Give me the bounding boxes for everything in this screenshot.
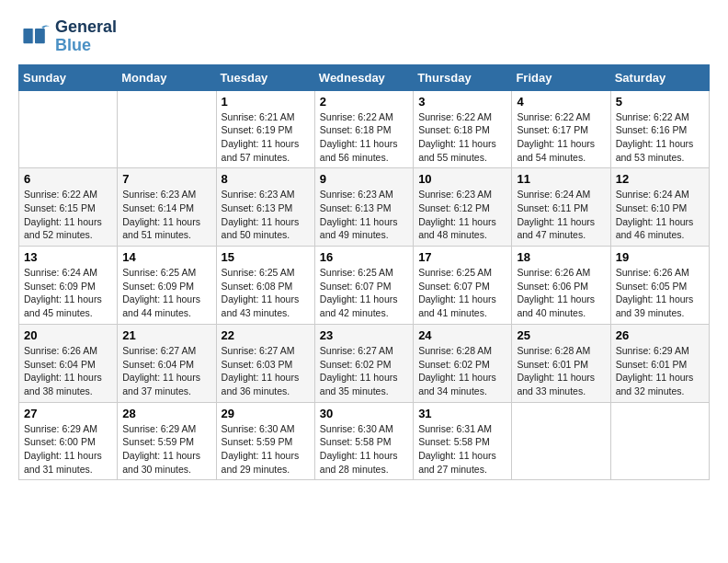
day-number: 16 [320, 250, 408, 264]
weekday-header-monday: Monday [118, 64, 216, 90]
day-number: 13 [24, 250, 112, 264]
calendar-cell: 12Sunrise: 6:24 AMSunset: 6:10 PMDayligh… [610, 168, 709, 247]
calendar-week-2: 6Sunrise: 6:22 AMSunset: 6:15 PMDaylight… [19, 168, 710, 247]
day-info: Sunrise: 6:28 AMSunset: 6:02 PMDaylight:… [418, 344, 506, 398]
calendar-cell: 16Sunrise: 6:25 AMSunset: 6:07 PMDayligh… [314, 247, 413, 325]
calendar-cell: 22Sunrise: 6:27 AMSunset: 6:03 PMDayligh… [216, 324, 314, 402]
calendar-week-5: 27Sunrise: 6:29 AMSunset: 6:00 PMDayligh… [19, 402, 710, 480]
weekday-header-thursday: Thursday [414, 64, 512, 90]
day-info: Sunrise: 6:25 AMSunset: 6:09 PMDaylight:… [122, 266, 210, 320]
logo-text: General Blue [55, 18, 117, 55]
day-info: Sunrise: 6:27 AMSunset: 6:04 PMDaylight:… [122, 344, 210, 398]
day-number: 10 [418, 172, 506, 186]
day-number: 29 [222, 407, 310, 420]
calendar-cell: 24Sunrise: 6:28 AMSunset: 6:02 PMDayligh… [414, 324, 512, 402]
calendar-cell: 1Sunrise: 6:21 AMSunset: 6:19 PMDaylight… [216, 90, 314, 168]
calendar-cell: 19Sunrise: 6:26 AMSunset: 6:05 PMDayligh… [610, 247, 709, 325]
calendar-cell: 28Sunrise: 6:29 AMSunset: 5:59 PMDayligh… [118, 402, 216, 480]
day-info: Sunrise: 6:24 AMSunset: 6:10 PMDaylight:… [616, 188, 704, 242]
day-number: 26 [616, 328, 704, 342]
calendar-cell [19, 90, 118, 168]
day-number: 14 [122, 250, 210, 264]
day-info: Sunrise: 6:22 AMSunset: 6:17 PMDaylight:… [517, 110, 605, 165]
day-number: 20 [24, 328, 112, 342]
day-info: Sunrise: 6:22 AMSunset: 6:18 PMDaylight:… [418, 110, 506, 165]
day-number: 5 [616, 95, 704, 109]
weekday-header-wednesday: Wednesday [314, 64, 413, 90]
day-number: 23 [320, 328, 408, 342]
calendar-week-3: 13Sunrise: 6:24 AMSunset: 6:09 PMDayligh… [19, 247, 710, 325]
calendar-cell: 10Sunrise: 6:23 AMSunset: 6:12 PMDayligh… [414, 168, 512, 247]
day-info: Sunrise: 6:26 AMSunset: 6:05 PMDaylight:… [616, 266, 704, 320]
day-number: 8 [222, 172, 310, 186]
day-info: Sunrise: 6:21 AMSunset: 6:19 PMDaylight:… [222, 110, 310, 165]
calendar-week-4: 20Sunrise: 6:26 AMSunset: 6:04 PMDayligh… [19, 324, 710, 402]
day-info: Sunrise: 6:25 AMSunset: 6:07 PMDaylight:… [418, 266, 506, 320]
weekday-header-sunday: Sunday [19, 64, 118, 90]
calendar-cell: 18Sunrise: 6:26 AMSunset: 6:06 PMDayligh… [512, 247, 610, 325]
svg-rect-1 [23, 29, 33, 43]
calendar: SundayMondayTuesdayWednesdayThursdayFrid… [18, 64, 710, 481]
weekday-header-friday: Friday [512, 64, 610, 90]
day-number: 25 [517, 328, 605, 342]
day-info: Sunrise: 6:24 AMSunset: 6:09 PMDaylight:… [24, 266, 112, 320]
calendar-cell: 21Sunrise: 6:27 AMSunset: 6:04 PMDayligh… [118, 324, 216, 402]
calendar-cell: 26Sunrise: 6:29 AMSunset: 6:01 PMDayligh… [610, 324, 709, 402]
day-info: Sunrise: 6:30 AMSunset: 5:58 PMDaylight:… [320, 422, 408, 477]
page-header: General Blue [18, 18, 710, 55]
logo-icon [18, 20, 51, 53]
calendar-cell: 14Sunrise: 6:25 AMSunset: 6:09 PMDayligh… [118, 247, 216, 325]
day-info: Sunrise: 6:23 AMSunset: 6:13 PMDaylight:… [320, 188, 408, 242]
calendar-cell: 11Sunrise: 6:24 AMSunset: 6:11 PMDayligh… [512, 168, 610, 247]
day-number: 18 [517, 250, 605, 264]
calendar-cell: 8Sunrise: 6:23 AMSunset: 6:13 PMDaylight… [216, 168, 314, 247]
day-number: 12 [616, 172, 704, 186]
calendar-cell [610, 402, 709, 480]
calendar-cell: 6Sunrise: 6:22 AMSunset: 6:15 PMDaylight… [19, 168, 118, 247]
day-number: 19 [616, 250, 704, 264]
day-number: 28 [122, 407, 210, 420]
day-number: 1 [222, 95, 310, 109]
day-info: Sunrise: 6:29 AMSunset: 6:01 PMDaylight:… [616, 344, 704, 398]
calendar-cell: 5Sunrise: 6:22 AMSunset: 6:16 PMDaylight… [610, 90, 709, 168]
day-info: Sunrise: 6:25 AMSunset: 6:07 PMDaylight:… [320, 266, 408, 320]
calendar-cell: 9Sunrise: 6:23 AMSunset: 6:13 PMDaylight… [314, 168, 413, 247]
calendar-cell: 31Sunrise: 6:31 AMSunset: 5:58 PMDayligh… [414, 402, 512, 480]
day-info: Sunrise: 6:23 AMSunset: 6:13 PMDaylight:… [222, 188, 310, 242]
day-number: 21 [122, 328, 210, 342]
calendar-cell: 3Sunrise: 6:22 AMSunset: 6:18 PMDaylight… [414, 90, 512, 168]
day-info: Sunrise: 6:31 AMSunset: 5:58 PMDaylight:… [418, 422, 506, 477]
day-number: 6 [24, 172, 112, 186]
day-info: Sunrise: 6:29 AMSunset: 5:59 PMDaylight:… [122, 422, 210, 477]
calendar-cell [118, 90, 216, 168]
day-number: 3 [418, 95, 506, 109]
weekday-header-tuesday: Tuesday [216, 64, 314, 90]
day-number: 11 [517, 172, 605, 186]
day-info: Sunrise: 6:26 AMSunset: 6:04 PMDaylight:… [24, 344, 112, 398]
day-info: Sunrise: 6:24 AMSunset: 6:11 PMDaylight:… [517, 188, 605, 242]
day-info: Sunrise: 6:27 AMSunset: 6:03 PMDaylight:… [222, 344, 310, 398]
calendar-cell: 17Sunrise: 6:25 AMSunset: 6:07 PMDayligh… [414, 247, 512, 325]
calendar-cell: 13Sunrise: 6:24 AMSunset: 6:09 PMDayligh… [19, 247, 118, 325]
logo: General Blue [18, 18, 117, 55]
day-info: Sunrise: 6:22 AMSunset: 6:15 PMDaylight:… [24, 188, 112, 242]
calendar-cell: 23Sunrise: 6:27 AMSunset: 6:02 PMDayligh… [314, 324, 413, 402]
day-number: 9 [320, 172, 408, 186]
calendar-header-row: SundayMondayTuesdayWednesdayThursdayFrid… [19, 64, 710, 90]
day-number: 2 [320, 95, 408, 109]
day-number: 27 [24, 407, 112, 420]
day-number: 4 [517, 95, 605, 109]
day-number: 31 [418, 407, 506, 420]
calendar-cell: 7Sunrise: 6:23 AMSunset: 6:14 PMDaylight… [118, 168, 216, 247]
day-info: Sunrise: 6:23 AMSunset: 6:12 PMDaylight:… [418, 188, 506, 242]
calendar-cell: 25Sunrise: 6:28 AMSunset: 6:01 PMDayligh… [512, 324, 610, 402]
day-number: 30 [320, 407, 408, 420]
calendar-cell: 20Sunrise: 6:26 AMSunset: 6:04 PMDayligh… [19, 324, 118, 402]
calendar-cell: 29Sunrise: 6:30 AMSunset: 5:59 PMDayligh… [216, 402, 314, 480]
calendar-cell: 15Sunrise: 6:25 AMSunset: 6:08 PMDayligh… [216, 247, 314, 325]
day-info: Sunrise: 6:26 AMSunset: 6:06 PMDaylight:… [517, 266, 605, 320]
calendar-cell: 2Sunrise: 6:22 AMSunset: 6:18 PMDaylight… [314, 90, 413, 168]
day-info: Sunrise: 6:22 AMSunset: 6:16 PMDaylight:… [616, 110, 704, 165]
day-info: Sunrise: 6:28 AMSunset: 6:01 PMDaylight:… [517, 344, 605, 398]
day-info: Sunrise: 6:25 AMSunset: 6:08 PMDaylight:… [222, 266, 310, 320]
